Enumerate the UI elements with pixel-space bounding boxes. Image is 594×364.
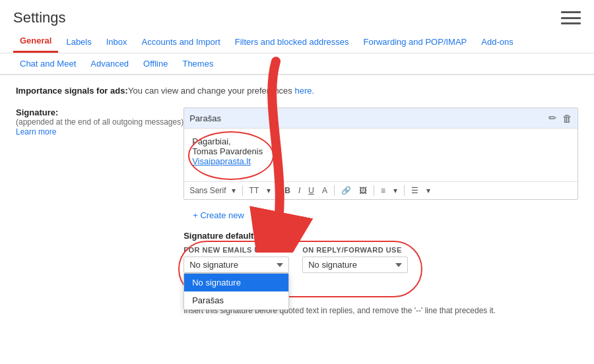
image-button[interactable]: 🖼 <box>356 185 370 197</box>
tab-themes[interactable]: Themes <box>176 53 220 74</box>
importance-signals-row: Importance signals for ads: You can view… <box>16 86 578 96</box>
learn-more-link[interactable]: Learn more <box>16 127 56 136</box>
italic-button[interactable]: I <box>296 185 303 197</box>
font-selector[interactable]: Sans Serif <box>189 186 226 195</box>
tab-forwarding[interactable]: Forwarding and POP/IMAP <box>356 32 473 52</box>
list-button[interactable]: ☰ <box>409 185 421 197</box>
for-new-label: FOR NEW EMAILS USE <box>183 246 289 254</box>
signature-defaults: Signature defaults FOR NEW EMAILS USE No… <box>183 231 578 273</box>
on-reply-label: ON REPLY/FORWARD USE <box>302 246 408 254</box>
tab-offline[interactable]: Offline <box>137 53 174 74</box>
dropdown-option-parasas[interactable]: Parašas <box>184 291 288 309</box>
bold-button[interactable]: B <box>282 185 293 197</box>
importance-link[interactable]: here. <box>294 86 314 96</box>
tab-inbox[interactable]: Inbox <box>100 32 134 52</box>
font-size-arrow[interactable]: ▾ <box>229 185 238 197</box>
delete-icon[interactable]: 🗑 <box>562 113 572 124</box>
signature-right: Parašas ✏ 🗑 Pagarbiai, Tomas Pavardenis … <box>183 107 578 315</box>
on-reply-col: ON REPLY/FORWARD USE No signature Paraša… <box>302 246 408 273</box>
for-new-dropdown-container: No signature Parašas No signature Paraša… <box>183 257 289 273</box>
signature-item-row: Parašas ✏ 🗑 <box>184 108 578 129</box>
settings-header: Settings <box>0 0 594 26</box>
nav-row2: Chat and Meet Advanced Offline Themes <box>0 53 594 75</box>
underline-button[interactable]: U <box>306 185 317 197</box>
align-arrow[interactable]: ▾ <box>391 185 400 197</box>
toolbar-separator-3 <box>334 185 335 196</box>
signature-sublabel: (appended at the end of all outgoing mes… <box>16 117 183 127</box>
importance-value: You can view and change your preferences… <box>128 86 314 96</box>
create-new-button[interactable]: + Create new <box>183 205 253 226</box>
signature-editor-container: Parašas ✏ 🗑 Pagarbiai, Tomas Pavardenis … <box>183 107 578 200</box>
sig-line2: Tomas Pavardenis <box>192 146 570 156</box>
tab-accounts[interactable]: Accounts and Import <box>135 32 227 52</box>
sig-defaults-row: FOR NEW EMAILS USE No signature Parašas … <box>183 246 578 273</box>
signature-section: Signature: (appended at the end of all o… <box>16 107 578 315</box>
signature-toolbar: Sans Serif ▾ TT ▾ B I U A 🔗 🖼 ≡ ▾ <box>184 181 578 199</box>
text-size-button[interactable]: TT <box>247 185 262 197</box>
for-new-select[interactable]: No signature Parašas <box>183 257 289 273</box>
tab-filters[interactable]: Filters and blocked addresses <box>228 32 356 52</box>
for-new-dropdown-open: No signature Parašas <box>183 273 289 310</box>
sig-defaults-title: Signature defaults <box>183 231 578 241</box>
signature-content-wrapper: Pagarbiai, Tomas Pavardenis Visaipaprast… <box>184 129 578 181</box>
tab-addons[interactable]: Add-ons <box>475 32 519 52</box>
align-button[interactable]: ≡ <box>378 185 388 197</box>
tab-chat[interactable]: Chat and Meet <box>13 53 82 74</box>
text-size-arrow[interactable]: ▾ <box>264 185 273 197</box>
page-title: Settings <box>13 9 66 26</box>
tab-advanced[interactable]: Advanced <box>84 53 135 74</box>
sig-defaults-container: FOR NEW EMAILS USE No signature Parašas … <box>183 246 578 273</box>
toolbar-separator-5 <box>404 185 405 196</box>
signature-title: Signature: <box>16 107 183 117</box>
importance-text: You can view and change your preferences <box>128 86 294 96</box>
settings-content: Importance signals for ads: You can view… <box>0 75 594 335</box>
sig-line1: Pagarbiai, <box>192 136 570 146</box>
link-button[interactable]: 🔗 <box>339 185 354 197</box>
list-arrow[interactable]: ▾ <box>424 185 433 197</box>
text-color-button[interactable]: A <box>319 185 330 197</box>
dropdown-option-no-sig[interactable]: No signature <box>184 274 288 291</box>
toolbar-separator-1 <box>242 185 243 196</box>
toolbar-separator-4 <box>374 185 374 196</box>
toolbar-separator-2 <box>277 185 278 196</box>
signature-item-name: Parašas <box>189 113 543 123</box>
tab-labels[interactable]: Labels <box>59 32 98 52</box>
tab-general[interactable]: General <box>13 30 58 53</box>
importance-label: Importance signals for ads: <box>16 86 128 96</box>
signature-content-area[interactable]: Pagarbiai, Tomas Pavardenis Visaipaprast… <box>184 129 578 181</box>
nav-row1: General Labels Inbox Accounts and Import… <box>0 30 594 53</box>
for-new-col: FOR NEW EMAILS USE No signature Parašas … <box>183 246 289 273</box>
sig-link[interactable]: Visaipaprasta.lt <box>192 156 251 166</box>
menu-icon[interactable] <box>561 11 581 24</box>
signature-label: Signature: (appended at the end of all o… <box>16 107 183 136</box>
on-reply-select[interactable]: No signature Parašas <box>302 257 408 273</box>
edit-icon[interactable]: ✏ <box>548 112 557 124</box>
